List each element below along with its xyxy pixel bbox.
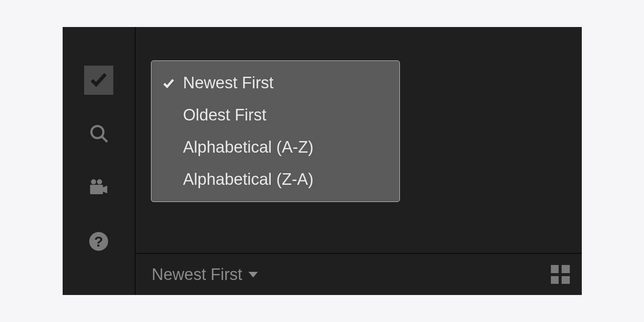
sort-option-newest-first[interactable]: Newest First [151, 67, 399, 99]
sidebar-search-button[interactable] [84, 120, 113, 149]
chevron-down-icon [248, 272, 258, 277]
sort-dropdown-button[interactable]: Newest First [152, 265, 258, 284]
svg-point-3 [97, 179, 102, 184]
sidebar: ? [63, 27, 135, 295]
sort-option-alpha-za[interactable]: Alphabetical (Z-A) [151, 163, 399, 196]
menu-item-label: Alphabetical (Z-A) [183, 170, 314, 189]
app-window: ? Newest First [63, 27, 582, 295]
sort-option-alpha-az[interactable]: Alphabetical (A-Z) [151, 131, 399, 163]
svg-point-2 [91, 179, 96, 184]
sort-label: Newest First [152, 265, 242, 284]
svg-line-1 [102, 137, 107, 142]
search-icon [88, 123, 109, 145]
svg-point-0 [91, 126, 103, 138]
bottom-bar: Newest First [136, 253, 582, 295]
grid-icon [551, 265, 559, 273]
sidebar-check-button[interactable] [84, 66, 113, 95]
video-camera-icon [88, 177, 109, 199]
help-icon: ? [88, 231, 109, 253]
checkmark-icon [163, 77, 183, 89]
svg-rect-4 [90, 185, 103, 194]
svg-marker-5 [103, 186, 107, 193]
sidebar-help-button[interactable]: ? [84, 228, 113, 257]
menu-item-label: Newest First [183, 74, 274, 92]
content-area: Newest First Oldest First Alphabetical (… [136, 27, 582, 253]
menu-item-label: Oldest First [183, 106, 266, 124]
sort-dropdown-menu: Newest First Oldest First Alphabetical (… [151, 60, 400, 202]
svg-text:?: ? [94, 233, 103, 250]
check-icon [88, 69, 109, 91]
grid-view-button[interactable] [551, 265, 570, 284]
sidebar-camera-button[interactable] [84, 174, 113, 203]
menu-item-label: Alphabetical (A-Z) [183, 138, 314, 156]
sort-option-oldest-first[interactable]: Oldest First [151, 99, 399, 131]
main-area: Newest First Oldest First Alphabetical (… [135, 27, 582, 295]
